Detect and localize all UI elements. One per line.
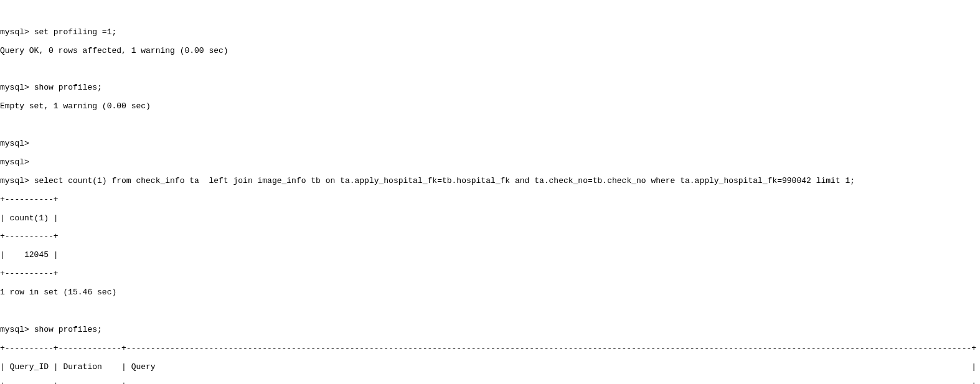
blank (0, 121, 980, 130)
profiles-table-header: | Query_ID | Duration | Query (0, 363, 980, 372)
empty-prompt: mysql> (0, 139, 980, 149)
blank (0, 307, 980, 316)
count-table-border: +----------+ (0, 232, 980, 241)
cmd-set-profiling: mysql> set profiling =1; (0, 28, 980, 37)
count-table-border: +----------+ (0, 269, 980, 279)
cmd-show-profiles-1: mysql> show profiles; (0, 83, 980, 93)
cmd-show-profiles-2: mysql> show profiles; (0, 325, 980, 335)
profiles-table-border: +----------+-------------+--------------… (0, 381, 980, 384)
cmd-select-count: mysql> select count(1) from check_info t… (0, 177, 980, 186)
profiles-table-border: +----------+-------------+--------------… (0, 344, 980, 354)
resp-line: Query OK, 0 rows affected, 1 warning (0.… (0, 47, 980, 56)
empty-prompt: mysql> (0, 158, 980, 167)
count-table-value: | 12045 | (0, 251, 980, 260)
resp-line: 1 row in set (15.46 sec) (0, 288, 980, 297)
resp-line: Empty set, 1 warning (0.00 sec) (0, 102, 980, 111)
blank (0, 65, 980, 75)
count-table-border: +----------+ (0, 195, 980, 205)
count-table-header: | count(1) | (0, 214, 980, 223)
